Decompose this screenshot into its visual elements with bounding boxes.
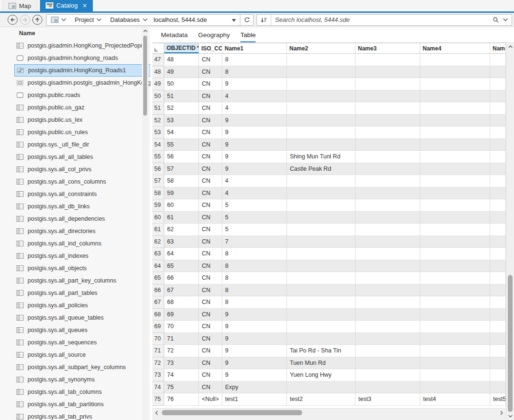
table-cell[interactable] [420, 187, 490, 200]
table-cell[interactable] [420, 151, 490, 163]
tab-table[interactable]: Table [240, 27, 256, 42]
table-cell[interactable] [287, 309, 356, 321]
table-cell[interactable] [420, 272, 490, 284]
table-cell[interactable]: 9 [222, 78, 287, 90]
table-cell[interactable] [356, 296, 420, 309]
table-cell[interactable] [490, 284, 506, 297]
table-cell[interactable] [287, 224, 356, 236]
table-cell[interactable]: CN [199, 212, 222, 224]
table-cell[interactable]: 72 [164, 345, 199, 357]
row-number-cell[interactable]: 58 [152, 187, 164, 200]
table-cell[interactable]: 61 [164, 212, 199, 224]
row-number-cell[interactable]: 71 [152, 345, 164, 357]
table-cell[interactable]: CN [199, 151, 222, 163]
row-number-cell[interactable]: 67 [152, 296, 164, 309]
table-cell[interactable]: 8 [222, 54, 287, 66]
row-number-cell[interactable]: 74 [152, 381, 164, 394]
table-cell[interactable] [356, 187, 420, 200]
sidebar-item[interactable]: postgis.public.us_lex [14, 114, 150, 126]
back-button[interactable] [8, 15, 18, 25]
table-cell[interactable] [490, 381, 506, 394]
table-cell[interactable]: 8 [222, 66, 287, 78]
table-cell[interactable]: 56 [164, 151, 199, 163]
row-number-cell[interactable]: 53 [152, 127, 164, 139]
table-cell[interactable]: 7 [222, 236, 287, 248]
vertical-scrollbar[interactable] [506, 43, 514, 420]
sidebar-item[interactable]: postgis.sys.all_tab_privs [14, 410, 150, 420]
table-row[interactable]: 5556CN9Shing Mun Tunl Rd [152, 151, 506, 163]
row-number-cell[interactable]: 64 [152, 260, 164, 273]
row-number-cell[interactable]: 69 [152, 321, 164, 333]
table-cell[interactable]: 8 [222, 248, 287, 260]
table-cell[interactable] [490, 151, 506, 163]
table-row[interactable]: 7071CN9 [152, 333, 506, 345]
table-cell[interactable] [356, 224, 420, 236]
breadcrumb-project[interactable]: Project [70, 15, 106, 25]
row-number-cell[interactable]: 54 [152, 139, 164, 151]
sidebar-item[interactable]: postgis.sys.all_tab_partitions [14, 398, 150, 410]
table-cell[interactable]: test4 [420, 393, 490, 406]
table-cell[interactable]: 75 [164, 381, 199, 394]
table-cell[interactable]: 4 [222, 187, 287, 200]
table-cell[interactable] [490, 248, 506, 260]
table-cell[interactable] [490, 345, 506, 357]
row-number-cell[interactable]: 62 [152, 236, 164, 248]
table-cell[interactable]: 4 [222, 90, 287, 103]
table-cell[interactable] [490, 54, 506, 66]
table-cell[interactable] [490, 199, 506, 212]
sidebar-item[interactable]: postgis.sys.all_policies [14, 299, 150, 312]
table-cell[interactable] [356, 284, 420, 297]
table-cell[interactable]: CN [199, 369, 222, 381]
table-cell[interactable]: Yuen Long Hwy [287, 369, 356, 381]
table-row[interactable]: 7172CN9Tai Po Rd - Sha Tin [152, 345, 506, 357]
table-cell[interactable]: 8 [222, 296, 287, 309]
table-row[interactable]: 6566CN8 [152, 272, 506, 284]
table-cell[interactable] [420, 224, 490, 236]
table-cell[interactable]: 49 [164, 66, 199, 78]
table-row[interactable]: 6364CN8 [152, 248, 506, 260]
horizontal-scroll-thumb[interactable] [162, 410, 302, 415]
table-cell[interactable]: 67 [164, 284, 199, 297]
table-cell[interactable] [356, 212, 420, 224]
table-cell[interactable] [356, 369, 420, 381]
table-cell[interactable] [287, 272, 356, 284]
table-cell[interactable]: 62 [164, 224, 199, 236]
table-cell[interactable] [490, 333, 506, 345]
table-row[interactable]: 6768CN8 [152, 296, 506, 309]
table-cell[interactable]: 50 [164, 78, 199, 90]
table-cell[interactable]: CN [199, 260, 222, 273]
table-cell[interactable] [356, 248, 420, 260]
breadcrumb-databases[interactable]: Databases [106, 15, 151, 25]
table-cell[interactable] [420, 369, 490, 381]
row-number-cell[interactable]: 70 [152, 333, 164, 345]
table-cell[interactable]: 69 [164, 309, 199, 321]
sidebar-item[interactable]: postgis.sys.all_sequences [14, 336, 150, 349]
location-dropdown-button[interactable] [228, 16, 240, 23]
table-cell[interactable] [287, 115, 356, 127]
sidebar-item[interactable]: postgis.sys.all_objects [14, 262, 150, 274]
table-cell[interactable]: CN [199, 248, 222, 260]
table-cell[interactable]: 8 [222, 260, 287, 273]
table-cell[interactable]: 9 [222, 321, 287, 333]
table-cell[interactable] [420, 102, 490, 115]
table-cell[interactable]: 64 [164, 248, 199, 260]
table-cell[interactable]: test5 [490, 393, 506, 406]
table-row[interactable]: 4748CN8 [152, 54, 506, 66]
up-button[interactable] [32, 15, 42, 25]
table-cell[interactable] [490, 127, 506, 139]
table-cell[interactable] [356, 272, 420, 284]
row-number-cell[interactable]: 66 [152, 284, 164, 297]
table-cell[interactable] [287, 102, 356, 115]
table-cell[interactable] [490, 357, 506, 370]
table-cell[interactable]: CN [199, 321, 222, 333]
table-cell[interactable]: 9 [222, 333, 287, 345]
table-cell[interactable] [420, 321, 490, 333]
sidebar-item[interactable]: postgis.sys.all_queues [14, 324, 150, 336]
table-cell[interactable] [490, 163, 506, 176]
row-number-cell[interactable]: 50 [152, 90, 164, 103]
table-cell[interactable]: 54 [164, 127, 199, 139]
table-row[interactable]: 5051CN4 [152, 90, 506, 103]
table-cell[interactable]: test3 [356, 393, 420, 406]
search-input[interactable] [271, 16, 490, 23]
table-cell[interactable] [356, 333, 420, 345]
